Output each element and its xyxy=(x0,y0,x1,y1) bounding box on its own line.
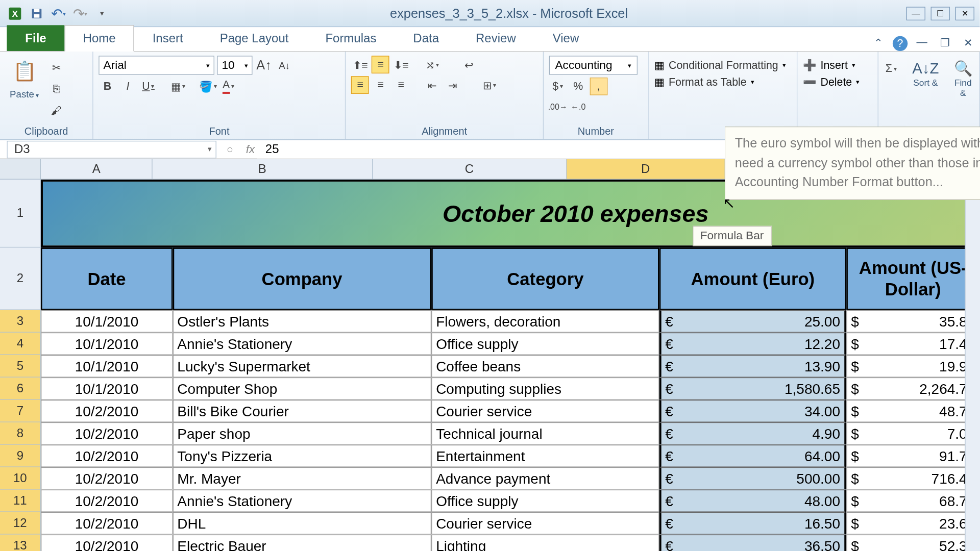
decrease-indent-icon[interactable]: ⇤ xyxy=(424,76,442,94)
row-header-3[interactable]: 3 xyxy=(0,310,40,333)
cell-company[interactable]: Bill's Bike Courier xyxy=(173,400,431,422)
cell-company[interactable]: Ostler's Plants xyxy=(173,310,431,333)
row-header-7[interactable]: 7 xyxy=(0,400,40,422)
cell-euro[interactable]: €16.50 xyxy=(659,512,846,535)
merge-center-icon[interactable]: ⊞ xyxy=(481,76,499,94)
delete-cells-button[interactable]: Delete xyxy=(821,76,852,88)
tab-insert[interactable]: Insert xyxy=(134,25,202,51)
select-all-corner[interactable] xyxy=(0,159,40,180)
tab-page-layout[interactable]: Page Layout xyxy=(202,25,307,51)
tab-data[interactable]: Data xyxy=(395,25,457,51)
cell-usd[interactable]: $68.77 xyxy=(846,490,980,512)
header-date[interactable]: Date xyxy=(41,247,173,310)
tab-view[interactable]: View xyxy=(534,25,598,51)
align-right-icon[interactable]: ≡ xyxy=(392,76,410,94)
cell-category[interactable]: Entertainment xyxy=(431,445,659,467)
align-center-icon[interactable]: ≡ xyxy=(372,76,389,94)
accounting-format-button[interactable]: $ xyxy=(549,78,567,95)
cancel-formula-icon[interactable]: ○ xyxy=(223,142,237,156)
row-header-13[interactable]: 13 xyxy=(0,535,40,551)
cell-euro[interactable]: €34.00 xyxy=(659,400,846,422)
cell-company[interactable]: DHL xyxy=(173,512,431,535)
align-bottom-icon[interactable]: ⬇≡ xyxy=(392,56,410,73)
tab-formulas[interactable]: Formulas xyxy=(307,25,395,51)
comma-style-button[interactable]: , xyxy=(590,78,607,95)
fill-color-button[interactable]: 🪣 xyxy=(200,78,217,95)
cell-category[interactable]: Technical journal xyxy=(431,422,659,445)
row-header-11[interactable]: 11 xyxy=(0,490,40,512)
autosum-icon[interactable]: Σ xyxy=(884,60,898,78)
maximize-button[interactable]: ☐ xyxy=(931,7,950,20)
cell-euro[interactable]: €48.00 xyxy=(659,490,846,512)
col-header-d[interactable]: D xyxy=(567,159,725,180)
cell-euro[interactable]: €25.00 xyxy=(659,310,846,333)
workbook-close-icon[interactable]: ✕ xyxy=(960,33,977,51)
cell-company[interactable]: Paper shop xyxy=(173,422,431,445)
bold-button[interactable]: B xyxy=(99,78,116,95)
cell-usd[interactable]: $48.72 xyxy=(846,400,980,422)
font-name-select[interactable]: Arial▾ xyxy=(99,56,214,74)
cell-date[interactable]: 10/2/2010 xyxy=(41,467,173,490)
undo-icon[interactable]: ↶▾ xyxy=(49,5,68,22)
qat-customize-icon[interactable]: ▾ xyxy=(92,5,111,22)
row-header-4[interactable]: 4 xyxy=(0,333,40,355)
header-usd[interactable]: Amount (US-Dollar) xyxy=(846,247,980,310)
cell-category[interactable]: Coffee beans xyxy=(431,355,659,378)
row-header-1[interactable]: 1 xyxy=(0,180,40,247)
cell-company[interactable]: Tony's Pizzeria xyxy=(173,445,431,467)
cell-euro[interactable]: €64.00 xyxy=(659,445,846,467)
minimize-ribbon-icon[interactable]: ⌃ xyxy=(870,33,888,51)
close-button[interactable]: ✕ xyxy=(955,7,974,20)
cell-category[interactable]: Computing supplies xyxy=(431,378,659,400)
cell-date[interactable]: 10/1/2010 xyxy=(41,310,173,333)
underline-button[interactable]: U xyxy=(139,78,157,95)
cell-date[interactable]: 10/2/2010 xyxy=(41,422,173,445)
borders-button[interactable]: ▦ xyxy=(169,78,187,95)
cell-usd[interactable]: $91.70 xyxy=(846,445,980,467)
format-as-table-button[interactable]: Format as Table xyxy=(669,76,747,88)
col-header-b[interactable]: B xyxy=(153,159,373,180)
cell-category[interactable]: Flowers, decoration xyxy=(431,310,659,333)
cell-euro[interactable]: €1,580.65 xyxy=(659,378,846,400)
cell-date[interactable]: 10/1/2010 xyxy=(41,378,173,400)
copy-icon[interactable]: ⎘ xyxy=(47,80,65,98)
row-header-8[interactable]: 8 xyxy=(0,422,40,445)
align-middle-icon[interactable]: ≡ xyxy=(372,56,389,73)
insert-cells-button[interactable]: Insert xyxy=(821,59,848,71)
cell-company[interactable]: Electric Bauer xyxy=(173,535,431,551)
header-euro[interactable]: Amount (Euro) xyxy=(659,247,846,310)
cut-icon[interactable]: ✂ xyxy=(47,59,65,77)
wrap-text-icon[interactable]: ↩ xyxy=(460,56,478,73)
save-icon[interactable] xyxy=(27,5,46,22)
col-header-a[interactable]: A xyxy=(41,159,153,180)
cell-euro[interactable]: €4.90 xyxy=(659,422,846,445)
cell-company[interactable]: Computer Shop xyxy=(173,378,431,400)
excel-icon[interactable]: X xyxy=(6,5,24,22)
workbook-minimize-icon[interactable]: — xyxy=(913,33,931,51)
cell-usd[interactable]: $19.92 xyxy=(846,355,980,378)
align-left-icon[interactable]: ≡ xyxy=(351,76,369,94)
header-company[interactable]: Company xyxy=(173,247,431,310)
format-painter-icon[interactable]: 🖌 xyxy=(47,102,65,120)
conditional-formatting-button[interactable]: Conditional Formatting xyxy=(669,59,778,71)
increase-indent-icon[interactable]: ⇥ xyxy=(444,76,462,94)
tab-review[interactable]: Review xyxy=(457,25,534,51)
percent-style-button[interactable]: % xyxy=(569,78,587,95)
cell-date[interactable]: 10/1/2010 xyxy=(41,333,173,355)
grow-font-icon[interactable]: A↑ xyxy=(255,57,273,74)
number-format-select[interactable]: Accounting▾ xyxy=(549,56,637,74)
cell-usd[interactable]: $52.30 xyxy=(846,535,980,551)
cell-usd[interactable]: $35.82 xyxy=(846,310,980,333)
cell-usd[interactable]: $716.40 xyxy=(846,467,980,490)
cell-usd[interactable]: $7.02 xyxy=(846,422,980,445)
header-category[interactable]: Category xyxy=(431,247,659,310)
cell-date[interactable]: 10/2/2010 xyxy=(41,400,173,422)
cell-usd[interactable]: $17.48 xyxy=(846,333,980,355)
sort-filter-icon[interactable]: A↓Z xyxy=(912,60,939,78)
row-header-9[interactable]: 9 xyxy=(0,445,40,467)
cell-date[interactable]: 10/2/2010 xyxy=(41,445,173,467)
cell-usd[interactable]: $23.64 xyxy=(846,512,980,535)
find-select-icon[interactable]: 🔍 xyxy=(952,60,973,78)
italic-button[interactable]: I xyxy=(119,78,137,95)
align-top-icon[interactable]: ⬆≡ xyxy=(351,56,369,73)
